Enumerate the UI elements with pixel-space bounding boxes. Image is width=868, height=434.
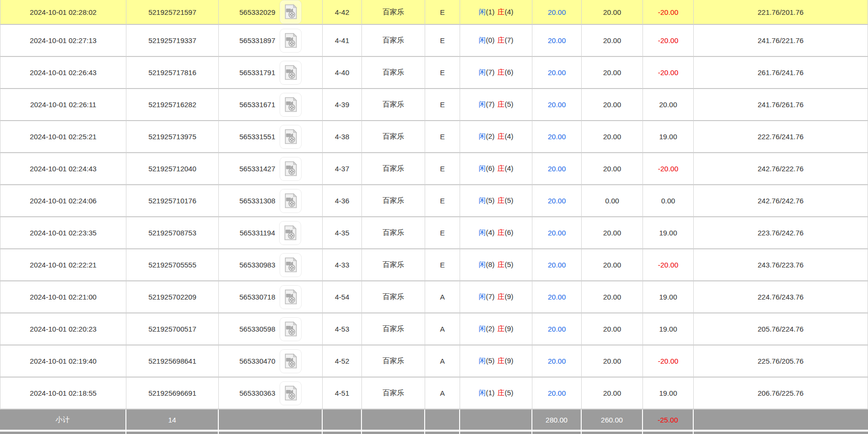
balance-cell: 225.76/205.76	[694, 345, 868, 378]
bet-records-table: 2024-10-01 02:28:02 521925721597 5653320…	[0, 0, 868, 434]
game-id-cell: 565332029	[219, 0, 323, 25]
video-replay-button[interactable]	[280, 125, 302, 149]
winloss-cell: 19.00	[643, 281, 694, 313]
table-letter-cell: A	[425, 345, 460, 378]
video-replay-button[interactable]	[280, 285, 302, 309]
bet-amount-cell: 20.00	[532, 185, 582, 217]
banker-count: (6)	[505, 228, 513, 236]
video-replay-icon	[284, 322, 297, 337]
banker-label: 庄	[497, 228, 505, 236]
bet-record-row[interactable]: 2024-10-01 02:27:13 521925719337 5653318…	[0, 25, 868, 57]
game-id-cell: 565330718	[219, 281, 323, 313]
game-id-value: 565331308	[239, 197, 275, 205]
bet-record-row[interactable]: 2024-10-01 02:20:23 521925700517 5653305…	[0, 313, 868, 345]
bet-record-row[interactable]: 2024-10-01 02:28:02 521925721597 5653320…	[0, 0, 868, 25]
bet-record-row[interactable]: 2024-10-01 02:26:11 521925716282 5653316…	[0, 89, 868, 121]
bet-amount-cell: 20.00	[532, 89, 582, 121]
video-replay-button[interactable]	[280, 93, 302, 117]
bet-record-row[interactable]: 2024-10-01 02:18:55 521925696691 5653303…	[0, 378, 868, 410]
bet-time-cell: 2024-10-01 02:28:02	[0, 0, 126, 25]
bet-record-row[interactable]: 2024-10-01 02:26:43 521925717816 5653317…	[0, 57, 868, 89]
banker-count: (9)	[505, 292, 513, 300]
player-count: (7)	[486, 68, 495, 76]
winloss-cell: 19.00	[643, 313, 694, 345]
game-type-cell: 百家乐	[362, 121, 425, 153]
game-id-value: 565331427	[239, 165, 275, 173]
table-letter-cell: E	[425, 217, 460, 249]
player-label: 闲	[479, 228, 486, 236]
video-replay-button[interactable]	[279, 221, 301, 245]
video-replay-button[interactable]	[280, 317, 302, 341]
bet-record-row[interactable]: 2024-10-01 02:24:06 521925710176 5653313…	[0, 185, 868, 217]
video-replay-button[interactable]	[280, 189, 302, 213]
banker-label: 庄	[497, 68, 505, 76]
bet-amount-cell: 20.00	[532, 217, 582, 249]
banker-label: 庄	[497, 100, 505, 108]
player-label: 闲	[479, 164, 486, 172]
valid-amount-cell: 20.00	[582, 153, 643, 185]
valid-amount-cell: 20.00	[582, 249, 643, 281]
bet-record-row[interactable]: 2024-10-01 02:25:21 521925713975 5653315…	[0, 121, 868, 153]
bet-id-cell: 521925700517	[126, 313, 219, 345]
round-cell: 4-38	[323, 121, 362, 153]
bet-record-row[interactable]: 2024-10-01 02:21:00 521925702209 5653307…	[0, 281, 868, 313]
table-letter-cell: A	[425, 281, 460, 313]
bet-record-row[interactable]: 2024-10-01 02:19:40 521925698641 5653304…	[0, 345, 868, 378]
game-id-cell: 565331671	[219, 89, 323, 121]
subtotal-empty-cell	[460, 410, 532, 430]
subtotal-empty-cell	[323, 410, 362, 430]
bet-time-cell: 2024-10-01 02:26:11	[0, 89, 126, 121]
video-replay-button[interactable]	[280, 61, 302, 85]
player-count: (1)	[486, 389, 495, 397]
banker-label: 庄	[497, 260, 505, 268]
player-label: 闲	[479, 132, 486, 140]
game-id-cell: 565331791	[219, 57, 323, 89]
player-label: 闲	[479, 196, 486, 204]
bet-record-row[interactable]: 2024-10-01 02:24:43 521925712040 5653314…	[0, 153, 868, 185]
valid-amount-cell: 0.00	[582, 185, 643, 217]
subtotal-empty-cell	[219, 410, 323, 430]
game-id-value: 565330983	[239, 261, 275, 269]
video-replay-button[interactable]	[280, 349, 302, 373]
subtotal-winloss-total: -25.00	[643, 410, 694, 430]
game-type-cell: 百家乐	[362, 57, 425, 89]
winloss-cell: 19.00	[643, 217, 694, 249]
bet-record-row[interactable]: 2024-10-01 02:23:35 521925708753 5653311…	[0, 217, 868, 249]
bet-time-cell: 2024-10-01 02:22:21	[0, 249, 126, 281]
bet-id-cell: 521925708753	[126, 217, 219, 249]
bet-time-cell: 2024-10-01 02:25:21	[0, 121, 126, 153]
player-count: (4)	[486, 228, 495, 236]
player-count: (7)	[486, 292, 495, 300]
table-letter-cell: E	[425, 57, 460, 89]
video-replay-button[interactable]	[280, 253, 302, 277]
video-replay-button[interactable]	[280, 0, 302, 24]
balance-cell: 223.76/242.76	[694, 217, 868, 249]
banker-count: (5)	[505, 100, 513, 108]
bet-record-row[interactable]: 2024-10-01 02:22:21 521925705555 5653309…	[0, 249, 868, 281]
winloss-cell: -20.00	[643, 57, 694, 89]
video-replay-button[interactable]	[280, 157, 302, 181]
banker-count: (5)	[505, 260, 513, 268]
result-cell: 闲(0)庄(7)	[460, 25, 532, 57]
table-letter-cell: E	[425, 89, 460, 121]
balance-cell: 241.76/221.76	[694, 25, 868, 57]
bet-time-cell: 2024-10-01 02:20:23	[0, 313, 126, 345]
subtotal-empty-cell	[362, 410, 425, 430]
balance-cell: 242.76/222.76	[694, 153, 868, 185]
round-cell: 4-51	[323, 378, 362, 410]
video-replay-button[interactable]	[280, 29, 302, 53]
bet-id-cell: 521925702209	[126, 281, 219, 313]
banker-count: (9)	[505, 324, 513, 333]
bet-amount-cell: 20.00	[532, 378, 582, 410]
table-letter-cell: E	[425, 0, 460, 25]
banker-label: 庄	[497, 196, 505, 204]
video-replay-button[interactable]	[280, 381, 302, 405]
player-label: 闲	[479, 356, 486, 365]
bet-amount-cell: 20.00	[532, 25, 582, 57]
round-cell: 4-54	[323, 281, 362, 313]
game-id-cell: 565331194	[219, 217, 323, 249]
valid-amount-cell: 20.00	[582, 345, 643, 378]
player-count: (5)	[486, 356, 495, 365]
bet-amount-cell: 20.00	[532, 57, 582, 89]
winloss-cell: -20.00	[643, 0, 694, 25]
